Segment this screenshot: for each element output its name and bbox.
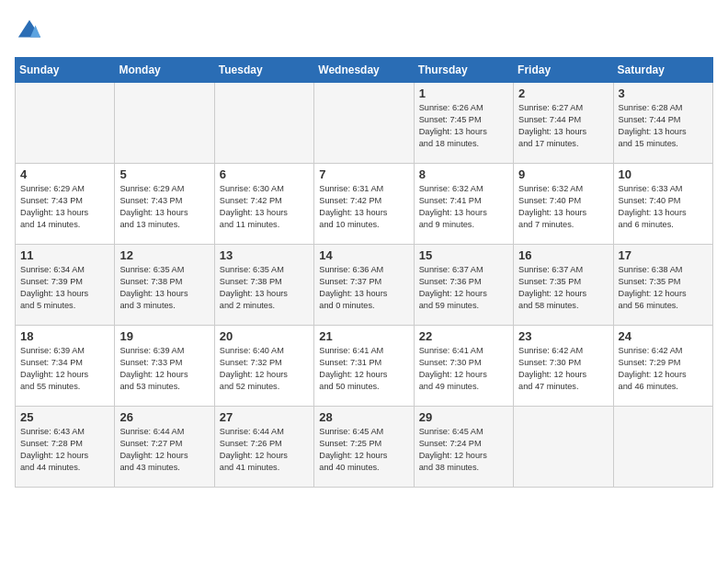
day-number: 11	[20, 248, 109, 262]
cell-content: Sunrise: 6:39 AM Sunset: 7:33 PM Dayligh…	[119, 345, 209, 393]
calendar-cell: 7Sunrise: 6:31 AM Sunset: 7:42 PM Daylig…	[314, 164, 414, 245]
calendar-cell: 11Sunrise: 6:34 AM Sunset: 7:39 PM Dayli…	[16, 245, 115, 326]
day-number: 26	[119, 410, 209, 424]
calendar-cell: 24Sunrise: 6:42 AM Sunset: 7:29 PM Dayli…	[613, 326, 712, 407]
calendar-cell: 18Sunrise: 6:39 AM Sunset: 7:34 PM Dayli…	[16, 326, 115, 407]
cell-content: Sunrise: 6:42 AM Sunset: 7:30 PM Dayligh…	[518, 345, 608, 393]
calendar-cell: 20Sunrise: 6:40 AM Sunset: 7:32 PM Dayli…	[214, 326, 313, 407]
calendar-cell: 22Sunrise: 6:41 AM Sunset: 7:30 PM Dayli…	[414, 326, 513, 407]
day-number: 22	[419, 329, 508, 343]
cell-content: Sunrise: 6:33 AM Sunset: 7:40 PM Dayligh…	[619, 183, 708, 231]
cell-content: Sunrise: 6:44 AM Sunset: 7:27 PM Dayligh…	[119, 426, 209, 474]
calendar-cell: 10Sunrise: 6:33 AM Sunset: 7:40 PM Dayli…	[613, 164, 712, 245]
cell-content: Sunrise: 6:27 AM Sunset: 7:44 PM Dayligh…	[518, 102, 608, 150]
day-number: 21	[319, 329, 408, 343]
cell-content: Sunrise: 6:36 AM Sunset: 7:37 PM Dayligh…	[319, 264, 408, 312]
cell-content: Sunrise: 6:35 AM Sunset: 7:38 PM Dayligh…	[220, 264, 309, 312]
calendar-cell: 1Sunrise: 6:26 AM Sunset: 7:45 PM Daylig…	[414, 83, 513, 164]
calendar-cell	[514, 407, 613, 488]
dow-header: Wednesday	[314, 58, 414, 83]
logo	[15, 18, 46, 48]
calendar-cell	[314, 83, 414, 164]
day-number: 27	[220, 410, 309, 424]
day-number: 9	[518, 167, 608, 181]
day-number: 4	[20, 167, 109, 181]
day-number: 2	[518, 86, 608, 100]
calendar-cell: 21Sunrise: 6:41 AM Sunset: 7:31 PM Dayli…	[314, 326, 414, 407]
day-number: 7	[319, 167, 408, 181]
cell-content: Sunrise: 6:29 AM Sunset: 7:43 PM Dayligh…	[119, 183, 209, 231]
page-header	[15, 15, 713, 48]
cell-content: Sunrise: 6:45 AM Sunset: 7:25 PM Dayligh…	[319, 426, 408, 474]
cell-content: Sunrise: 6:38 AM Sunset: 7:35 PM Dayligh…	[619, 264, 708, 312]
calendar-cell: 25Sunrise: 6:43 AM Sunset: 7:28 PM Dayli…	[16, 407, 115, 488]
cell-content: Sunrise: 6:41 AM Sunset: 7:30 PM Dayligh…	[419, 345, 508, 393]
cell-content: Sunrise: 6:32 AM Sunset: 7:40 PM Dayligh…	[518, 183, 608, 231]
calendar-cell: 12Sunrise: 6:35 AM Sunset: 7:38 PM Dayli…	[115, 245, 214, 326]
day-number: 10	[619, 167, 708, 181]
cell-content: Sunrise: 6:40 AM Sunset: 7:32 PM Dayligh…	[220, 345, 309, 393]
day-number: 19	[119, 329, 209, 343]
day-number: 12	[119, 248, 209, 262]
calendar-cell: 5Sunrise: 6:29 AM Sunset: 7:43 PM Daylig…	[115, 164, 214, 245]
cell-content: Sunrise: 6:31 AM Sunset: 7:42 PM Dayligh…	[319, 183, 408, 231]
calendar-cell: 4Sunrise: 6:29 AM Sunset: 7:43 PM Daylig…	[16, 164, 115, 245]
day-number: 3	[619, 86, 708, 100]
calendar-cell: 8Sunrise: 6:32 AM Sunset: 7:41 PM Daylig…	[414, 164, 513, 245]
dow-header: Tuesday	[214, 58, 313, 83]
calendar-cell	[115, 83, 214, 164]
day-number: 15	[419, 248, 508, 262]
calendar-cell	[16, 83, 115, 164]
dow-header: Monday	[115, 58, 214, 83]
cell-content: Sunrise: 6:39 AM Sunset: 7:34 PM Dayligh…	[20, 345, 109, 393]
calendar-cell: 26Sunrise: 6:44 AM Sunset: 7:27 PM Dayli…	[115, 407, 214, 488]
calendar-cell	[214, 83, 313, 164]
calendar-cell: 9Sunrise: 6:32 AM Sunset: 7:40 PM Daylig…	[514, 164, 613, 245]
cell-content: Sunrise: 6:35 AM Sunset: 7:38 PM Dayligh…	[119, 264, 209, 312]
cell-content: Sunrise: 6:42 AM Sunset: 7:29 PM Dayligh…	[619, 345, 708, 393]
cell-content: Sunrise: 6:32 AM Sunset: 7:41 PM Dayligh…	[419, 183, 508, 231]
cell-content: Sunrise: 6:37 AM Sunset: 7:36 PM Dayligh…	[419, 264, 508, 312]
cell-content: Sunrise: 6:44 AM Sunset: 7:26 PM Dayligh…	[220, 426, 309, 474]
calendar-cell: 3Sunrise: 6:28 AM Sunset: 7:44 PM Daylig…	[613, 83, 712, 164]
logo-icon	[17, 18, 42, 44]
day-number: 20	[220, 329, 309, 343]
day-number: 5	[119, 167, 209, 181]
cell-content: Sunrise: 6:37 AM Sunset: 7:35 PM Dayligh…	[518, 264, 608, 312]
cell-content: Sunrise: 6:43 AM Sunset: 7:28 PM Dayligh…	[20, 426, 109, 474]
day-number: 14	[319, 248, 408, 262]
day-number: 16	[518, 248, 608, 262]
cell-content: Sunrise: 6:29 AM Sunset: 7:43 PM Dayligh…	[20, 183, 109, 231]
cell-content: Sunrise: 6:30 AM Sunset: 7:42 PM Dayligh…	[220, 183, 309, 231]
calendar-cell: 23Sunrise: 6:42 AM Sunset: 7:30 PM Dayli…	[514, 326, 613, 407]
calendar-cell: 28Sunrise: 6:45 AM Sunset: 7:25 PM Dayli…	[314, 407, 414, 488]
day-number: 13	[220, 248, 309, 262]
calendar-table: SundayMondayTuesdayWednesdayThursdayFrid…	[15, 57, 713, 488]
dow-header: Friday	[514, 58, 613, 83]
calendar-cell	[613, 407, 712, 488]
cell-content: Sunrise: 6:28 AM Sunset: 7:44 PM Dayligh…	[619, 102, 708, 150]
day-number: 28	[319, 410, 408, 424]
calendar-cell: 13Sunrise: 6:35 AM Sunset: 7:38 PM Dayli…	[214, 245, 313, 326]
calendar-cell: 29Sunrise: 6:45 AM Sunset: 7:24 PM Dayli…	[414, 407, 513, 488]
day-number: 8	[419, 167, 508, 181]
day-number: 17	[619, 248, 708, 262]
day-number: 18	[20, 329, 109, 343]
cell-content: Sunrise: 6:26 AM Sunset: 7:45 PM Dayligh…	[419, 102, 508, 150]
day-number: 29	[419, 410, 508, 424]
day-number: 23	[518, 329, 608, 343]
day-number: 6	[220, 167, 309, 181]
cell-content: Sunrise: 6:45 AM Sunset: 7:24 PM Dayligh…	[419, 426, 508, 474]
calendar-cell: 6Sunrise: 6:30 AM Sunset: 7:42 PM Daylig…	[214, 164, 313, 245]
calendar-cell: 16Sunrise: 6:37 AM Sunset: 7:35 PM Dayli…	[514, 245, 613, 326]
calendar-cell: 2Sunrise: 6:27 AM Sunset: 7:44 PM Daylig…	[514, 83, 613, 164]
dow-header: Sunday	[16, 58, 115, 83]
calendar-cell: 27Sunrise: 6:44 AM Sunset: 7:26 PM Dayli…	[214, 407, 313, 488]
calendar-cell: 15Sunrise: 6:37 AM Sunset: 7:36 PM Dayli…	[414, 245, 513, 326]
dow-header: Saturday	[613, 58, 712, 83]
day-number: 25	[20, 410, 109, 424]
calendar-cell: 19Sunrise: 6:39 AM Sunset: 7:33 PM Dayli…	[115, 326, 214, 407]
calendar-cell: 17Sunrise: 6:38 AM Sunset: 7:35 PM Dayli…	[613, 245, 712, 326]
cell-content: Sunrise: 6:41 AM Sunset: 7:31 PM Dayligh…	[319, 345, 408, 393]
day-number: 1	[419, 86, 508, 100]
